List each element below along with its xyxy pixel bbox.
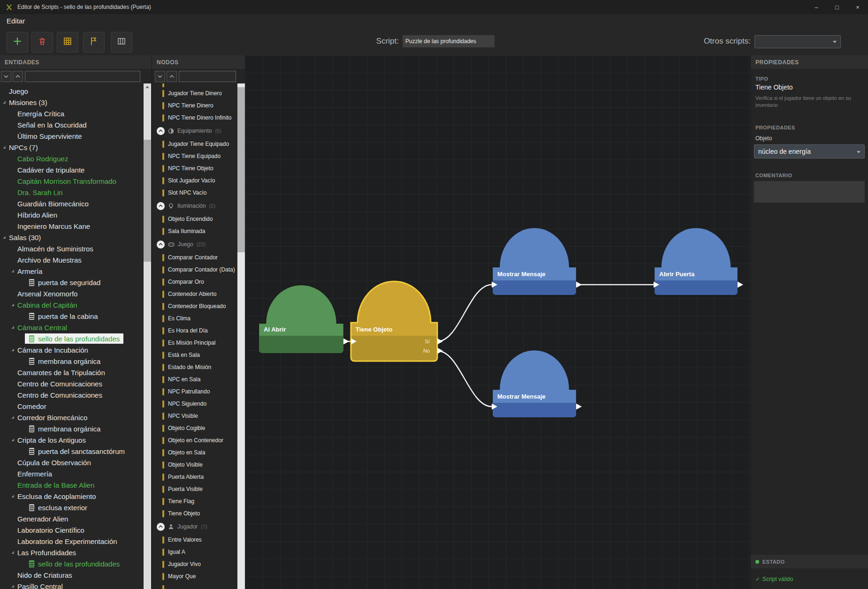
graph-node-abrir-puerta[interactable]: Abrir Puerta	[655, 228, 738, 295]
collapse-button[interactable]	[157, 523, 165, 531]
entities-scrollbar[interactable]	[144, 83, 151, 589]
node-type-item[interactable]: Objeto Visible	[152, 459, 237, 471]
node-type-item[interactable]: Objeto Cogible	[152, 422, 237, 434]
tree-item[interactable]: Cámara Central	[0, 322, 143, 333]
tree-item[interactable]: Juego	[0, 85, 143, 97]
tree-item[interactable]: Cadáver de tripulante	[0, 164, 143, 175]
node-type-item[interactable]: Jugador Tiene Dinero	[152, 87, 237, 99]
maximize-button[interactable]: □	[827, 0, 847, 14]
objeto-select[interactable]: núcleo de energía	[754, 144, 865, 159]
tree-item[interactable]: Laboratorio de Experimentación	[0, 536, 143, 547]
expander-icon[interactable]	[11, 585, 14, 588]
tree-item-door[interactable]: membrana orgánica	[0, 423, 143, 434]
node-type-item[interactable]: Jugador Tiene Equipado	[152, 138, 237, 150]
delete-button[interactable]	[31, 32, 53, 53]
add-node-button[interactable]	[7, 32, 28, 53]
expander-icon[interactable]	[11, 303, 14, 306]
node-category-bulb[interactable]: Iluminación(2)	[152, 199, 237, 213]
tree-item[interactable]: Centro de Comunicaciones	[0, 378, 143, 389]
node-type-item[interactable]: NPC en Sala	[152, 373, 237, 385]
node-category-gamepad[interactable]: Juego(22)	[152, 237, 237, 251]
node-type-item[interactable]: NPC Siguiendo	[152, 398, 237, 410]
tree-item[interactable]: Corredor Biomecánico	[0, 412, 143, 423]
tree-item[interactable]: Laboratorio Científico	[0, 524, 143, 536]
node-type-item[interactable]: Es Misión Principal	[152, 337, 237, 349]
tree-item[interactable]: Armería	[0, 265, 143, 277]
expander-icon[interactable]	[3, 146, 6, 149]
expander-icon[interactable]	[11, 416, 14, 419]
node-type-item[interactable]: Jugador Vivo	[152, 558, 237, 570]
search-down-button[interactable]	[155, 71, 165, 82]
tree-item[interactable]: Ingeniero Marcus Kane	[0, 220, 143, 232]
node-type-item[interactable]: NPC Tiene Objeto	[152, 162, 237, 174]
node-type-item[interactable]: Objeto en Sala	[152, 446, 237, 459]
node-type-item[interactable]: NPC Visible	[152, 410, 237, 422]
connection-wire[interactable]	[437, 351, 492, 407]
node-type-item[interactable]: Igual A	[152, 546, 237, 558]
graph-node-mostrar-mensaje-2[interactable]: Mostrar Mensaje	[493, 350, 576, 417]
tree-item[interactable]: Arsenal Xenomorfo	[0, 288, 143, 299]
expander-icon[interactable]	[11, 270, 14, 272]
collapse-button[interactable]	[157, 202, 165, 210]
search-down-button[interactable]	[1, 71, 11, 82]
tree-item-door[interactable]: sello de las profundidades	[0, 558, 143, 569]
search-up-button[interactable]	[13, 71, 23, 82]
connector-arrow-icon[interactable]	[576, 404, 582, 410]
expander-icon[interactable]	[11, 551, 14, 554]
node-type-item[interactable]: Mayor Que	[152, 570, 237, 582]
tree-item[interactable]: NPCs (7)	[0, 142, 143, 153]
node-type-item[interactable]: Es Clima	[152, 312, 237, 325]
node-category-person[interactable]: Jugador(7)	[152, 520, 237, 534]
comment-field[interactable]	[754, 181, 865, 203]
tree-item[interactable]: Camarotes de la Tripulación	[0, 367, 143, 378]
connector-arrow-icon[interactable]	[437, 348, 443, 354]
nodes-scrollbar-thumb[interactable]	[237, 87, 245, 252]
expander-icon[interactable]	[3, 101, 6, 104]
tree-item[interactable]: Esclusa de Acoplamiento	[0, 491, 143, 502]
tree-item[interactable]: Señal en la Oscuridad	[0, 119, 143, 130]
node-type-item[interactable]: Comparar Contador (Data)	[152, 264, 237, 276]
node-type-item[interactable]: Objeto Encendido	[152, 213, 237, 225]
tree-item[interactable]: Capitán Morrison Transformado	[0, 175, 143, 187]
node-type-item[interactable]: Tiene Objeto	[152, 507, 237, 520]
node-type-item[interactable]: Puerta Abierta	[152, 471, 237, 483]
tree-item[interactable]: Archivo de Muestras	[0, 254, 143, 265]
tree-item[interactable]: Salas (30)	[0, 232, 143, 243]
tree-item[interactable]: Generador Alien	[0, 513, 143, 524]
tree-item[interactable]: Nido de Criaturas	[0, 569, 143, 581]
tree-item[interactable]: Enfermería	[0, 468, 143, 479]
tree-item[interactable]: Cripta de los Antiguos	[0, 434, 143, 446]
tree-item[interactable]: Centro de Comunicaciones	[0, 389, 143, 400]
minimize-button[interactable]: –	[806, 0, 827, 14]
connector-arrow-icon[interactable]	[738, 282, 743, 288]
other-scripts-dropdown[interactable]	[754, 35, 841, 48]
tree-item[interactable]: Cúpula de Observación	[0, 457, 143, 468]
script-name-input[interactable]	[403, 35, 495, 47]
menu-item-editar[interactable]: Editar	[4, 16, 28, 26]
expander-icon[interactable]	[3, 236, 6, 239]
node-type-item[interactable]: Slot NPC Vacío	[152, 187, 237, 199]
node-type-item[interactable]: Contenedor Abierto	[152, 288, 237, 300]
connector-arrow-icon[interactable]	[343, 339, 349, 345]
node-type-item[interactable]: Slot Jugador Vacío	[152, 174, 237, 187]
tree-item[interactable]: Las Profundidades	[0, 547, 143, 558]
node-type-item[interactable]: Comparar Oro	[152, 276, 237, 288]
tree-item[interactable]: Comedor	[0, 400, 143, 412]
node-type-item[interactable]: Está en Sala	[152, 349, 237, 361]
connector-arrow-icon[interactable]	[576, 282, 582, 288]
node-canvas[interactable]: Al AbrirTiene ObjetoSíNoMostrar MensajeA…	[245, 55, 751, 589]
graph-node-mostrar-mensaje-1[interactable]: Mostrar Mensaje	[493, 228, 576, 295]
tree-item-door[interactable]: puerta del sanctasanctórum	[0, 446, 143, 457]
search-up-button[interactable]	[167, 71, 177, 82]
collapse-button[interactable]	[157, 127, 165, 135]
node-type-item[interactable]: Sala Iluminada	[152, 225, 237, 237]
tree-item[interactable]: Cabina del Capitán	[0, 299, 143, 310]
tree-item[interactable]: Almacén de Suministros	[0, 243, 143, 254]
entities-search-input[interactable]	[25, 71, 140, 82]
graph-node-tiene-objeto[interactable]: Tiene ObjetoSíNo	[351, 281, 437, 361]
node-type-item[interactable]: Objeto en Contenedor	[152, 434, 237, 446]
node-type-item[interactable]: Es Hora del Día	[152, 325, 237, 337]
connector-arrow-icon[interactable]	[437, 339, 443, 345]
expander-icon[interactable]	[11, 438, 14, 441]
node-type-item[interactable]: Tiene Flag	[152, 495, 237, 507]
